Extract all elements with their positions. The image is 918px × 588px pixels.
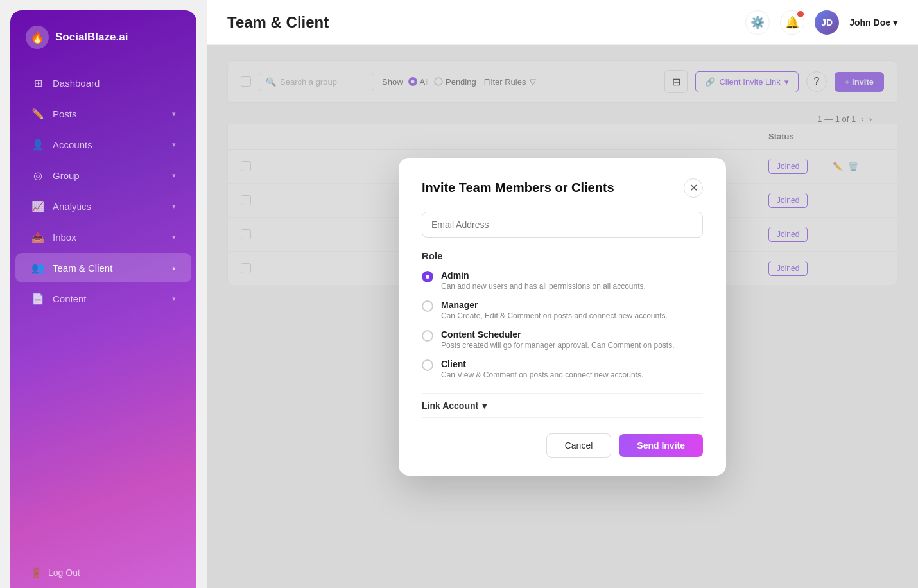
sidebar-item-group[interactable]: ◎ Group ▾	[15, 160, 191, 190]
invite-modal: Invite Team Members or Clients ✕ Role Ad…	[399, 158, 726, 476]
sidebar-logo: 🔥 SocialBlaze.ai	[10, 26, 196, 68]
chevron-down-icon: ▾	[172, 141, 176, 149]
avatar-initials: JD	[821, 17, 833, 28]
settings-button[interactable]: ⚙️	[745, 10, 770, 35]
role-option-manager[interactable]: Manager Can Create, Edit & Comment on po…	[422, 300, 703, 320]
cancel-button[interactable]: Cancel	[546, 433, 612, 458]
sidebar-item-label: Analytics	[53, 201, 91, 212]
logout-icon: 🚪	[31, 567, 42, 578]
modal-overlay: Invite Team Members or Clients ✕ Role Ad…	[207, 45, 918, 588]
notifications-button[interactable]: 🔔	[780, 10, 804, 35]
group-icon: ◎	[31, 168, 45, 182]
user-menu[interactable]: John Doe ▾	[849, 17, 897, 28]
sidebar-item-label: Posts	[53, 108, 77, 119]
chevron-down-icon: ▾	[172, 171, 176, 180]
analytics-icon: 📈	[31, 199, 45, 213]
modal-close-button[interactable]: ✕	[684, 178, 703, 198]
sidebar-item-label: Accounts	[53, 139, 92, 150]
manager-radio[interactable]	[422, 300, 433, 312]
logo-text: SocialBlaze.ai	[55, 31, 128, 44]
email-field[interactable]	[422, 212, 703, 238]
chevron-down-icon: ▾	[893, 17, 897, 28]
sidebar-navigation: ⊞ Dashboard ✏️ Posts ▾ 👤 Accounts ▾ ◎ Gr…	[10, 68, 196, 560]
chevron-down-icon: ▾	[172, 295, 176, 303]
chevron-down-icon: ▾	[172, 233, 176, 241]
avatar: JD	[815, 10, 839, 35]
modal-header: Invite Team Members or Clients ✕	[422, 178, 703, 198]
role-option-content-scheduler[interactable]: Content Scheduler Posts created will go …	[422, 329, 703, 350]
sidebar-item-inbox[interactable]: 📥 Inbox ▾	[15, 222, 191, 252]
sidebar-item-label: Group	[53, 170, 80, 181]
logo-icon: 🔥	[26, 26, 49, 49]
sidebar-item-content[interactable]: 📄 Content ▾	[15, 284, 191, 313]
logout-label: Log Out	[48, 567, 80, 578]
manager-role-name: Manager	[441, 300, 668, 310]
admin-radio[interactable]	[422, 271, 433, 282]
notification-badge	[796, 10, 805, 19]
inbox-icon: 📥	[31, 230, 45, 244]
sidebar-item-team-client[interactable]: 👥 Team & Client ▴	[15, 253, 191, 282]
gear-icon: ⚙️	[750, 15, 765, 30]
sidebar-item-label: Dashboard	[53, 78, 100, 89]
client-role-name: Client	[441, 359, 643, 369]
manager-role-desc: Can Create, Edit & Comment on posts and …	[441, 311, 668, 320]
page-title: Team & Client	[227, 13, 745, 31]
content-scheduler-role-desc: Posts created will go for manager approv…	[441, 341, 675, 350]
admin-role-desc: Can add new users and has all permission…	[441, 282, 646, 291]
chevron-up-icon: ▴	[172, 264, 176, 272]
sidebar-item-label: Team & Client	[53, 263, 112, 273]
sidebar-item-accounts[interactable]: 👤 Accounts ▾	[15, 130, 191, 159]
sidebar-item-label: Inbox	[53, 232, 76, 243]
role-options: Admin Can add new users and has all perm…	[422, 270, 703, 379]
accounts-icon: 👤	[31, 137, 45, 151]
sidebar-item-analytics[interactable]: 📈 Analytics ▾	[15, 191, 191, 221]
client-radio[interactable]	[422, 359, 433, 371]
modal-title: Invite Team Members or Clients	[422, 180, 614, 195]
client-role-desc: Can View & Comment on posts and connect …	[441, 370, 643, 379]
role-section-label: Role	[422, 250, 703, 261]
sidebar-item-posts[interactable]: ✏️ Posts ▾	[15, 99, 191, 128]
chevron-down-icon: ▾	[172, 202, 176, 211]
team-client-icon: 👥	[31, 261, 45, 275]
content-area: 🔍 Search a group Show All Pending Filter…	[207, 45, 918, 588]
content-scheduler-radio[interactable]	[422, 330, 433, 342]
modal-footer: Cancel Send Invite	[422, 417, 703, 458]
posts-icon: ✏️	[31, 107, 45, 121]
topbar-actions: ⚙️ 🔔 JD John Doe ▾	[745, 10, 897, 35]
role-option-client[interactable]: Client Can View & Comment on posts and c…	[422, 359, 703, 379]
user-name-text: John Doe	[849, 17, 890, 28]
role-option-admin[interactable]: Admin Can add new users and has all perm…	[422, 270, 703, 291]
content-scheduler-role-name: Content Scheduler	[441, 329, 675, 340]
main-content: Team & Client ⚙️ 🔔 JD John Doe ▾ 🔍	[207, 0, 918, 588]
send-invite-button[interactable]: Send Invite	[619, 434, 703, 457]
chevron-down-icon: ▾	[482, 401, 487, 411]
sidebar: 🔥 SocialBlaze.ai ⊞ Dashboard ✏️ Posts ▾ …	[10, 10, 196, 588]
content-icon: 📄	[31, 291, 45, 306]
logout-button[interactable]: 🚪 Log Out	[15, 560, 191, 585]
chevron-down-icon: ▾	[172, 110, 176, 118]
link-account-section[interactable]: Link Account ▾	[422, 393, 703, 417]
sidebar-item-label: Content	[53, 293, 87, 304]
link-account-label: Link Account	[422, 401, 478, 411]
sidebar-item-dashboard[interactable]: ⊞ Dashboard	[15, 68, 191, 98]
topbar: Team & Client ⚙️ 🔔 JD John Doe ▾	[207, 0, 918, 45]
admin-role-name: Admin	[441, 270, 646, 281]
dashboard-icon: ⊞	[31, 76, 45, 90]
